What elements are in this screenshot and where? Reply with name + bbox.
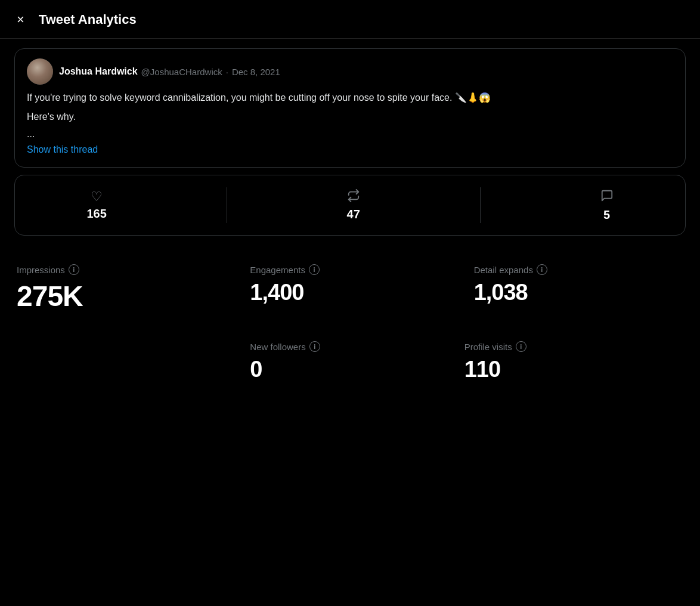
retweets-item: 47 bbox=[347, 189, 360, 221]
engagements-label: Engagements bbox=[250, 265, 305, 275]
retweets-icon bbox=[347, 189, 360, 204]
avatar-image bbox=[27, 58, 53, 85]
new-followers-label: New followers bbox=[250, 342, 305, 352]
tweet-continuation: Here's why. bbox=[27, 110, 673, 124]
page-title: Tweet Analytics bbox=[39, 12, 137, 27]
tweet-text: If you're trying to solve keyword cannib… bbox=[27, 91, 673, 105]
replies-item: 5 bbox=[600, 189, 614, 222]
detail-expands-block: Detail expands i 1,038 bbox=[462, 255, 686, 327]
impressions-block: Impressions i 275K bbox=[14, 255, 238, 327]
tweet-author-row: Joshua Hardwick @JoshuaCHardwick · Dec 8… bbox=[27, 58, 673, 85]
empty-col bbox=[14, 336, 238, 397]
likes-icon: ♡ bbox=[91, 190, 103, 203]
new-followers-block: New followers i 0 bbox=[238, 336, 461, 397]
new-followers-value: 0 bbox=[250, 357, 450, 382]
author-handle: @JoshuaCHardwick bbox=[141, 67, 222, 77]
engagement-card: ♡ 165 47 5 bbox=[14, 175, 686, 236]
detail-expands-label: Detail expands bbox=[474, 265, 533, 275]
dot-separator: · bbox=[226, 67, 228, 77]
profile-visits-info-icon[interactable]: i bbox=[516, 341, 526, 352]
profile-visits-label: Profile visits bbox=[464, 342, 512, 352]
author-info: Joshua Hardwick @JoshuaCHardwick · Dec 8… bbox=[59, 66, 280, 77]
engagements-block: Engagements i 1,400 bbox=[238, 255, 461, 327]
stats-bottom-row: New followers i 0 Profile visits i 110 bbox=[14, 332, 686, 397]
author-name: Joshua Hardwick bbox=[59, 66, 138, 77]
detail-expands-value: 1,038 bbox=[474, 280, 674, 305]
replies-icon bbox=[600, 189, 614, 205]
replies-count: 5 bbox=[603, 208, 610, 222]
engagements-info-icon[interactable]: i bbox=[309, 264, 320, 275]
detail-expands-label-row: Detail expands i bbox=[474, 264, 674, 275]
content-area: Joshua Hardwick @JoshuaCHardwick · Dec 8… bbox=[0, 39, 700, 406]
likes-item: ♡ 165 bbox=[86, 190, 106, 221]
impressions-info-icon[interactable]: i bbox=[69, 264, 79, 275]
modal-header: × Tweet Analytics bbox=[0, 0, 700, 39]
close-button[interactable]: × bbox=[14, 11, 27, 29]
avatar bbox=[27, 58, 53, 85]
new-followers-label-row: New followers i bbox=[250, 341, 450, 352]
retweets-count: 47 bbox=[347, 208, 360, 221]
impressions-value: 275K bbox=[17, 280, 226, 313]
impressions-label: Impressions bbox=[17, 265, 65, 275]
show-thread-link[interactable]: Show this thread bbox=[27, 144, 98, 154]
profile-visits-block: Profile visits i 110 bbox=[462, 336, 686, 397]
separator-1 bbox=[227, 187, 227, 223]
separator-2 bbox=[480, 187, 481, 223]
new-followers-info-icon[interactable]: i bbox=[309, 341, 320, 352]
stats-grid: Impressions i 275K Engagements i 1,400 D… bbox=[14, 250, 686, 332]
tweet-card: Joshua Hardwick @JoshuaCHardwick · Dec 8… bbox=[14, 48, 686, 168]
impressions-label-row: Impressions i bbox=[17, 264, 226, 275]
profile-visits-value: 110 bbox=[464, 357, 674, 382]
engagements-value: 1,400 bbox=[250, 280, 450, 305]
tweet-ellipsis: ... bbox=[27, 129, 673, 140]
detail-expands-info-icon[interactable]: i bbox=[537, 264, 547, 275]
engagements-label-row: Engagements i bbox=[250, 264, 450, 275]
likes-count: 165 bbox=[86, 207, 106, 221]
tweet-date: Dec 8, 2021 bbox=[232, 67, 280, 77]
profile-visits-label-row: Profile visits i bbox=[464, 341, 674, 352]
